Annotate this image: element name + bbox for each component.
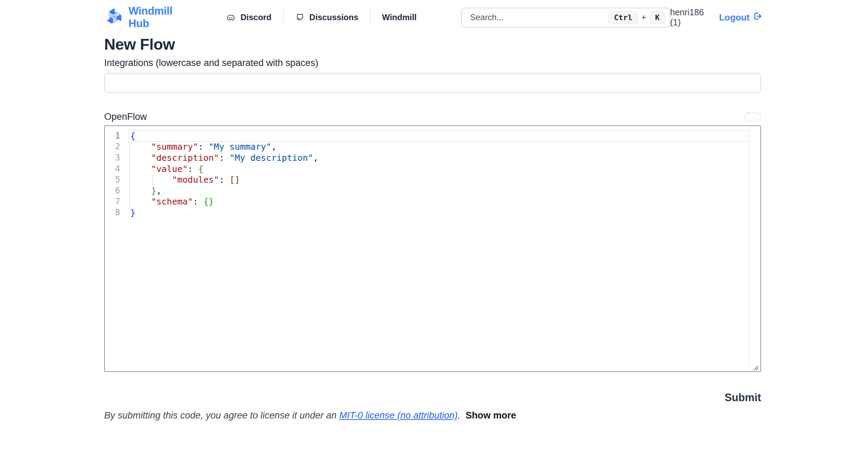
code-line-content: "schema": {} (130, 196, 214, 207)
nav-label: Discord (240, 13, 271, 22)
nav-label: Windmill (382, 13, 417, 22)
kbd-plus: + (641, 13, 646, 22)
logo-title: Windmill Hub (128, 5, 190, 30)
code-line: 5 "modules": [] (105, 174, 760, 185)
search-bar: Ctrl + K (461, 8, 670, 27)
kbd-k: K (650, 11, 665, 24)
license-suffix: . (458, 410, 463, 421)
code-line-content: "value": { (130, 164, 203, 175)
code-line: 7 "schema": {} (105, 196, 760, 207)
line-number: 6 (105, 185, 120, 197)
logout-label: Logout (719, 12, 750, 23)
code-line: 2 "summary": "My summary", (105, 141, 760, 152)
code-line: 6 }, (105, 185, 760, 197)
code-line: 3 "description": "My description", (105, 152, 760, 164)
line-number: 7 (105, 196, 120, 207)
license-prefix: By submitting this code, you agree to li… (104, 410, 339, 421)
logout-button[interactable]: Logout (719, 11, 762, 23)
submit-row: Submit (104, 391, 761, 404)
logo-link[interactable]: Windmill Hub (104, 5, 190, 30)
code-line-content: "modules": [] (130, 174, 240, 185)
line-number: 3 (105, 152, 120, 164)
github-discussions-icon (295, 13, 305, 22)
submit-button[interactable]: Submit (725, 391, 761, 404)
nav-item-discord[interactable]: Discord (220, 13, 283, 22)
nav-item-discussions[interactable]: Discussions (284, 13, 370, 22)
line-number: 4 (105, 164, 120, 175)
license-note: By submitting this code, you agree to li… (104, 410, 761, 421)
code-line: 1{ (105, 131, 760, 142)
windmill-logo-icon (104, 7, 124, 28)
line-number: 5 (105, 174, 120, 185)
logout-icon (753, 11, 762, 23)
code-line: 8} (105, 207, 760, 218)
openflow-toggle[interactable] (744, 112, 761, 122)
discord-icon (226, 13, 236, 22)
show-more-link[interactable]: Show more (466, 410, 516, 421)
mit-license-link[interactable]: MIT-0 license (no attribution) (339, 410, 458, 421)
nav-item-windmill[interactable]: Windmill (370, 13, 428, 22)
line-number: 1 (105, 131, 120, 142)
code-line-content: { (130, 131, 135, 142)
resize-grip-icon[interactable] (752, 363, 759, 370)
main-content: New Flow Integrations (lowercase and sep… (104, 35, 761, 421)
line-number: 2 (105, 141, 120, 152)
search-input[interactable] (469, 12, 608, 23)
page-title: New Flow (104, 35, 761, 53)
code-line-content: } (130, 207, 135, 218)
code-line-content: "summary": "My summary", (130, 141, 276, 152)
user-area: henri186 (1) Logout (670, 7, 762, 27)
kbd-ctrl: Ctrl (608, 11, 638, 24)
header: Windmill Hub Discord Discussion (0, 0, 868, 35)
code-editor[interactable]: 1{2 "summary": "My summary",3 "descripti… (104, 125, 761, 372)
code-line: 4 "value": { (105, 164, 760, 175)
openflow-label: OpenFlow (104, 111, 147, 122)
nav-label: Discussions (309, 13, 358, 22)
username: henri186 (1) (670, 7, 711, 27)
openflow-row: OpenFlow (104, 111, 761, 122)
line-number: 8 (105, 207, 120, 218)
code-line-content: "description": "My description", (130, 152, 318, 164)
main-nav: Discord Discussions Windmill (220, 9, 428, 25)
code-line-content: }, (130, 185, 161, 197)
integrations-input[interactable] (104, 73, 761, 93)
integrations-label: Integrations (lowercase and separated wi… (104, 58, 761, 68)
code-editor-lines: 1{2 "summary": "My summary",3 "descripti… (105, 131, 760, 218)
